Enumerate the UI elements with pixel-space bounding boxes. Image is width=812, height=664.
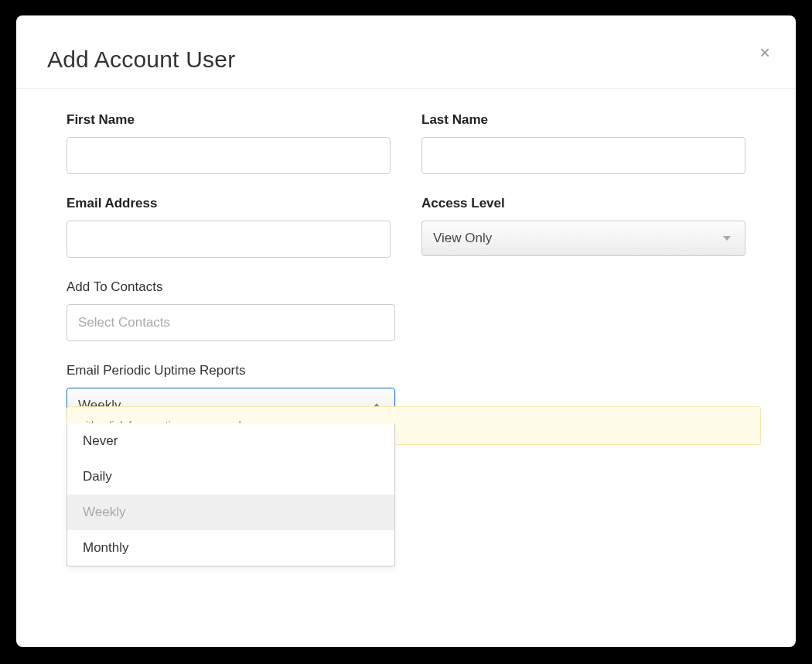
uptime-reports-dropdown: Never Daily Weekly Monthly (67, 423, 395, 566)
email-input[interactable] (67, 221, 391, 258)
uptime-option-daily[interactable]: Daily (67, 459, 394, 495)
access-level-select[interactable]: View Only (421, 221, 745, 256)
contacts-placeholder: Select Contacts (78, 315, 170, 330)
email-label: Email Address (67, 196, 391, 211)
last-name-label: Last Name (421, 112, 745, 128)
last-name-field: Last Name (421, 112, 745, 174)
uptime-reports-label: Email Periodic Uptime Reports (67, 363, 395, 378)
contacts-field: Add To Contacts Select Contacts (67, 279, 395, 341)
uptime-option-monthly[interactable]: Monthly (67, 530, 394, 566)
modal-body: First Name Last Name Email Address Acces… (16, 89, 796, 447)
first-name-label: First Name (67, 112, 391, 128)
email-field: Email Address (67, 196, 391, 258)
access-level-label: Access Level (421, 196, 745, 211)
access-level-field: Access Level View Only (421, 196, 745, 258)
contacts-select[interactable]: Select Contacts (67, 304, 395, 341)
first-name-input[interactable] (67, 137, 391, 174)
caret-down-icon (723, 236, 731, 241)
last-name-input[interactable] (421, 137, 745, 174)
add-account-user-modal: Add Account User × First Name Last Name … (16, 15, 796, 647)
contacts-label: Add To Contacts (67, 279, 395, 295)
close-icon[interactable]: × (757, 45, 773, 60)
first-name-field: First Name (67, 112, 391, 174)
uptime-option-never[interactable]: Never (67, 423, 394, 459)
access-level-selected: View Only (433, 231, 492, 246)
modal-header: Add Account User × (16, 15, 796, 89)
modal-title: Add Account User (47, 46, 765, 73)
uptime-option-weekly[interactable]: Weekly (67, 495, 394, 530)
